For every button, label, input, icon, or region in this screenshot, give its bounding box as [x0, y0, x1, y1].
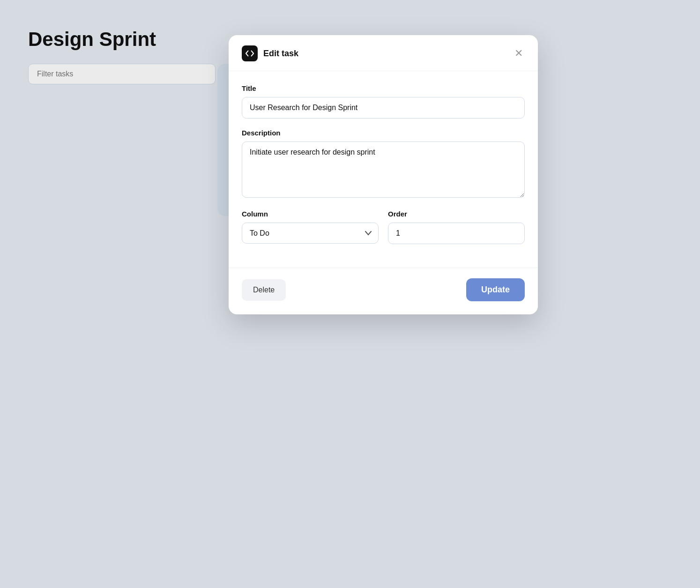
modal-header-left: Edit task — [242, 45, 298, 61]
modal-title: Edit task — [263, 49, 298, 59]
column-col: Column To DoIn ProgressDone — [242, 210, 379, 244]
delete-button[interactable]: Delete — [242, 279, 286, 301]
code-icon — [246, 49, 254, 58]
update-button[interactable]: Update — [466, 278, 525, 301]
order-col: Order — [388, 210, 525, 244]
column-select[interactable]: To DoIn ProgressDone — [242, 223, 379, 244]
order-label: Order — [388, 210, 525, 218]
close-modal-button[interactable]: ✕ — [513, 46, 525, 60]
column-order-row: Column To DoIn ProgressDone Order — [242, 210, 525, 244]
modal-body: Title Description Initiate user research… — [229, 71, 538, 268]
column-label: Column — [242, 210, 379, 218]
description-textarea[interactable]: Initiate user research for design sprint — [242, 141, 525, 198]
modal-header: Edit task ✕ — [229, 35, 538, 71]
code-icon-box — [242, 45, 258, 61]
modal-footer: Delete Update — [229, 268, 538, 314]
order-input[interactable] — [388, 223, 525, 244]
title-input[interactable] — [242, 97, 525, 119]
close-icon: ✕ — [514, 47, 523, 59]
edit-task-modal: Edit task ✕ Title Description Initiate u… — [229, 35, 538, 314]
description-label: Description — [242, 129, 525, 137]
title-label: Title — [242, 84, 525, 92]
